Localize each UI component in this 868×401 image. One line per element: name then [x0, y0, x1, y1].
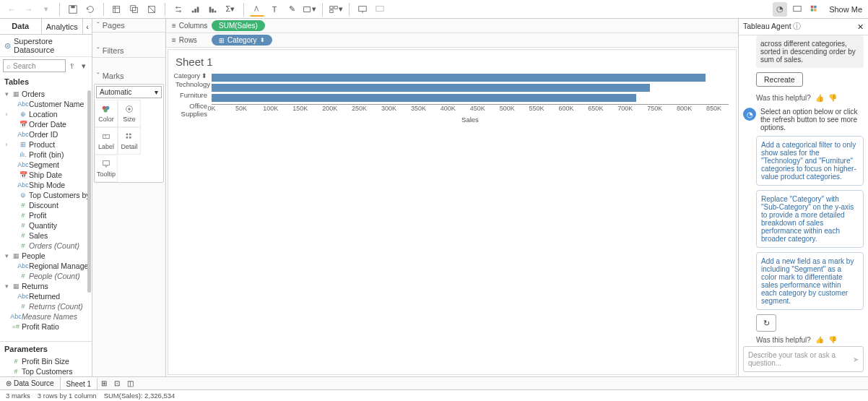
format-icon[interactable]: ✎: [285, 2, 299, 17]
field-sales[interactable]: #Sales: [0, 230, 92, 241]
swap-icon[interactable]: [171, 2, 186, 17]
field-discount[interactable]: #Discount: [0, 200, 92, 210]
pill-icon: ⊞: [219, 37, 225, 44]
labels-icon[interactable]: T: [267, 2, 282, 17]
search-placeholder: Search: [13, 62, 36, 70]
search-input[interactable]: ⌕ Search: [3, 59, 66, 72]
chevron-left-icon[interactable]: ‹: [83, 19, 92, 34]
field-profit[interactable]: #Profit: [0, 210, 92, 220]
duplicate-icon[interactable]: [127, 2, 142, 17]
sort-asc-icon[interactable]: [188, 2, 203, 17]
field-segment[interactable]: AbcSegment: [0, 160, 92, 170]
field-product[interactable]: ›⊞Product: [0, 139, 92, 150]
info-icon[interactable]: ⓘ: [793, 22, 801, 30]
agent-option-1[interactable]: Replace "Category" with "Sub-Category" o…: [756, 190, 864, 248]
new-worksheet-icon[interactable]: [110, 2, 124, 17]
scrollbar[interactable]: [87, 90, 91, 293]
size-button[interactable]: Size: [118, 100, 141, 127]
axis-tick: 400K: [440, 105, 456, 112]
share-icon[interactable]: [373, 2, 387, 17]
field-people-count-[interactable]: #People (Count): [0, 271, 92, 281]
sheet-tab[interactable]: Sheet 1: [61, 377, 97, 389]
recreate-button[interactable]: Recreate: [756, 72, 803, 87]
bar-furniture[interactable]: [212, 83, 729, 92]
show-me-button[interactable]: Show Me: [826, 5, 865, 14]
thumbs-down-icon[interactable]: 👎: [828, 336, 837, 343]
pages-shelf[interactable]: ˇPages: [97, 21, 161, 30]
agent-option-0[interactable]: Add a categorical filter to only show sa…: [756, 136, 864, 186]
filter-icon[interactable]: ⫯: [67, 59, 77, 72]
agent-input[interactable]: Describe your task or ask a question... …: [743, 346, 864, 372]
rows-pill[interactable]: ⊞Category⬍: [212, 35, 272, 46]
field-top-customers[interactable]: #Top Customers: [0, 366, 92, 376]
svg-rect-24: [814, 5, 817, 8]
sort-desc-icon[interactable]: [206, 2, 220, 17]
table-orders[interactable]: ▾▦Orders: [0, 89, 92, 99]
field-orders-count-[interactable]: #Orders (Count): [0, 241, 92, 251]
field-profit-bin-[interactable]: ılı.Profit (bin): [0, 150, 92, 160]
sheet-title[interactable]: Sheet 1: [175, 56, 729, 68]
svg-rect-34: [126, 134, 129, 136]
filters-shelf[interactable]: ˇFilters: [97, 46, 161, 55]
category-header[interactable]: Category⬍: [175, 72, 207, 79]
showme-icon[interactable]: [807, 2, 822, 17]
color-button[interactable]: Color: [95, 100, 118, 127]
history-dropdown-icon[interactable]: ▾: [39, 2, 53, 17]
chevron-down-icon: ▾: [155, 88, 158, 96]
label-button[interactable]: TLabel: [95, 127, 118, 155]
back-icon[interactable]: ←: [4, 2, 19, 17]
ask-data-icon[interactable]: [790, 2, 804, 17]
field-regional-manager[interactable]: AbcRegional Manager: [0, 261, 92, 271]
save-icon[interactable]: [66, 2, 80, 17]
field-order-id[interactable]: AbcOrder ID: [0, 129, 92, 139]
datasource-tab-icon[interactable]: ◔: [773, 2, 787, 17]
dropdown-icon[interactable]: ▾: [79, 59, 89, 72]
columns-shelf[interactable]: ≡Columns: [166, 22, 209, 30]
category-label: Furniture: [175, 91, 207, 102]
thumbs-up-icon[interactable]: 👍: [815, 94, 824, 102]
thumbs-down-icon[interactable]: 👎: [828, 94, 837, 102]
field-ship-mode[interactable]: AbcShip Mode: [0, 180, 92, 190]
fit-icon[interactable]: ▾: [302, 2, 316, 17]
highlight-icon[interactable]: [250, 2, 264, 17]
cards-icon[interactable]: ▾: [329, 2, 343, 17]
tab-analytics[interactable]: Analytics: [42, 19, 84, 34]
rows-shelf[interactable]: ≡Rows: [166, 36, 209, 44]
bar-office-supplies[interactable]: [212, 93, 729, 103]
tooltip-button[interactable]: Tooltip: [95, 155, 118, 182]
field-profit-bin-size[interactable]: #Profit Bin Size: [0, 356, 92, 366]
thumbs-up-icon[interactable]: 👍: [815, 336, 824, 343]
field-top-customers-by-p-[interactable]: ⊚Top Customers by P...: [0, 190, 92, 200]
send-icon[interactable]: ➤: [853, 355, 859, 363]
field-ship-date[interactable]: 📅Ship Date: [0, 170, 92, 180]
field-measure-names[interactable]: AbcMeasure Names: [0, 311, 92, 322]
field-location[interactable]: ›⊕Location: [0, 109, 92, 119]
close-icon[interactable]: ✕: [857, 22, 864, 31]
forward-icon[interactable]: →: [22, 2, 36, 17]
field-order-date[interactable]: 📅Order Date: [0, 119, 92, 129]
bar-technology[interactable]: [212, 73, 729, 82]
clear-icon[interactable]: [144, 2, 159, 17]
revert-icon[interactable]: [83, 2, 97, 17]
mark-type-select[interactable]: Automatic▾: [96, 86, 162, 98]
field-returned[interactable]: AbcReturned: [0, 291, 92, 301]
columns-pill[interactable]: SUM(Sales): [212, 20, 265, 31]
table-returns[interactable]: ▾▦Returns: [0, 281, 92, 291]
refresh-button[interactable]: ↻: [756, 314, 776, 332]
marks-shelf[interactable]: ˇMarks: [97, 72, 161, 80]
field-profit-ratio[interactable]: =#Profit Ratio: [0, 322, 92, 332]
detail-button[interactable]: Detail: [118, 127, 141, 155]
agent-option-2[interactable]: Add a new field as a mark by including "…: [756, 252, 864, 310]
field-quantity[interactable]: #Quantity: [0, 220, 92, 230]
new-worksheet-icon[interactable]: ⊞: [97, 379, 110, 387]
presentation-icon[interactable]: [355, 2, 370, 17]
table-people[interactable]: ▾▦People: [0, 251, 92, 261]
datasource-tab[interactable]: ⊜Data Source: [0, 377, 61, 389]
field-customer-name[interactable]: AbcCustomer Name: [0, 99, 92, 109]
new-story-icon[interactable]: ◫: [123, 379, 136, 387]
datasource-row[interactable]: ⊜ Superstore Datasource: [0, 35, 92, 57]
new-dashboard-icon[interactable]: ⊡: [110, 379, 123, 387]
tab-data[interactable]: Data: [0, 19, 42, 34]
field-returns-count-[interactable]: #Returns (Count): [0, 301, 92, 311]
totals-icon[interactable]: Σ▾: [223, 2, 238, 17]
